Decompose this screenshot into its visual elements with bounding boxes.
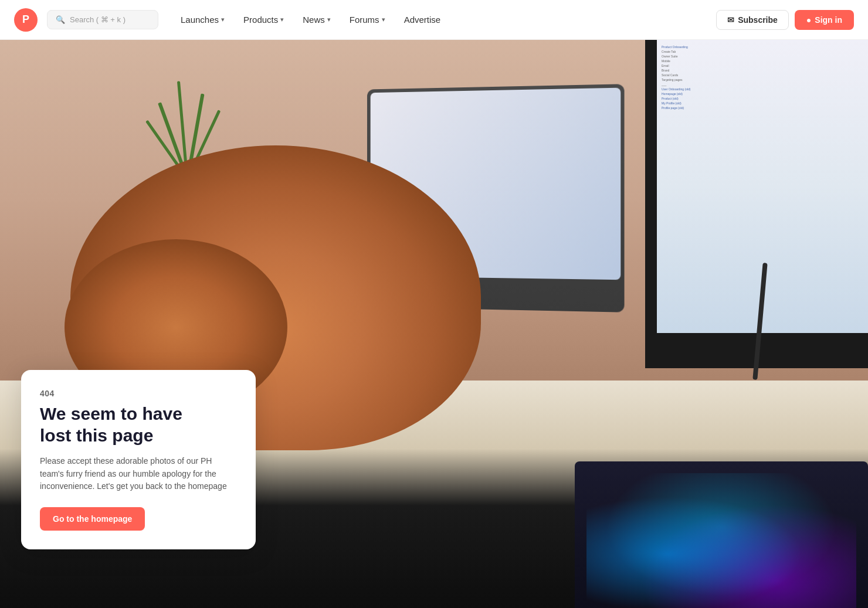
error-title-line1: We seem to have xyxy=(40,404,182,423)
monitor-content: Product Onboarding Create Tab Owner Suit… xyxy=(657,40,868,115)
nav-forums-label: Forums xyxy=(350,15,379,25)
nav-items: Launches ▾ Products ▾ News ▾ Forums ▾ Ad… xyxy=(172,10,711,29)
signin-label: Sign in xyxy=(815,15,842,25)
hero-background: Product Onboarding Create Tab Owner Suit… xyxy=(0,40,868,608)
chevron-down-icon: ▾ xyxy=(327,16,331,23)
error-code: 404 xyxy=(40,389,237,398)
nav-launches-label: Launches xyxy=(181,15,219,25)
error-title: We seem to have lost this page xyxy=(40,403,237,447)
monitor: Product Onboarding Create Tab Owner Suit… xyxy=(645,40,868,368)
logo[interactable]: P xyxy=(14,8,38,32)
signin-button[interactable]: ● Sign in xyxy=(795,10,854,30)
subscribe-button[interactable]: ✉ Subscribe xyxy=(716,10,789,30)
search-icon: 🔍 xyxy=(56,15,65,24)
chevron-down-icon: ▾ xyxy=(221,16,225,23)
logo-letter: P xyxy=(22,13,29,26)
nav-item-forums[interactable]: Forums ▾ xyxy=(341,10,394,29)
search-placeholder: Search ( ⌘ + k ) xyxy=(70,15,126,24)
nav-right: ✉ Subscribe ● Sign in xyxy=(716,10,854,30)
nav-item-launches[interactable]: Launches ▾ xyxy=(172,10,233,29)
nav-item-news[interactable]: News ▾ xyxy=(294,10,339,29)
error-description: Please accept these adorable photos of o… xyxy=(40,455,237,493)
go-to-homepage-button[interactable]: Go to the homepage xyxy=(40,507,145,531)
subscribe-icon: ✉ xyxy=(727,15,734,25)
nav-item-advertise[interactable]: Advertise xyxy=(396,10,449,29)
keyboard-rgb-glow xyxy=(586,473,856,608)
keyboard xyxy=(575,461,868,608)
nav-news-label: News xyxy=(303,15,325,25)
signin-icon: ● xyxy=(806,15,811,25)
subscribe-label: Subscribe xyxy=(738,15,778,25)
nav-advertise-label: Advertise xyxy=(404,15,441,25)
error-title-line2: lost this page xyxy=(40,426,153,445)
chevron-down-icon: ▾ xyxy=(382,16,385,23)
chevron-down-icon: ▾ xyxy=(280,16,284,23)
nav-products-label: Products xyxy=(243,15,278,25)
search-box[interactable]: 🔍 Search ( ⌘ + k ) xyxy=(47,10,158,29)
navbar: P 🔍 Search ( ⌘ + k ) Launches ▾ Products… xyxy=(0,0,868,40)
nav-item-products[interactable]: Products ▾ xyxy=(235,10,292,29)
error-card: 404 We seem to have lost this page Pleas… xyxy=(21,370,256,549)
